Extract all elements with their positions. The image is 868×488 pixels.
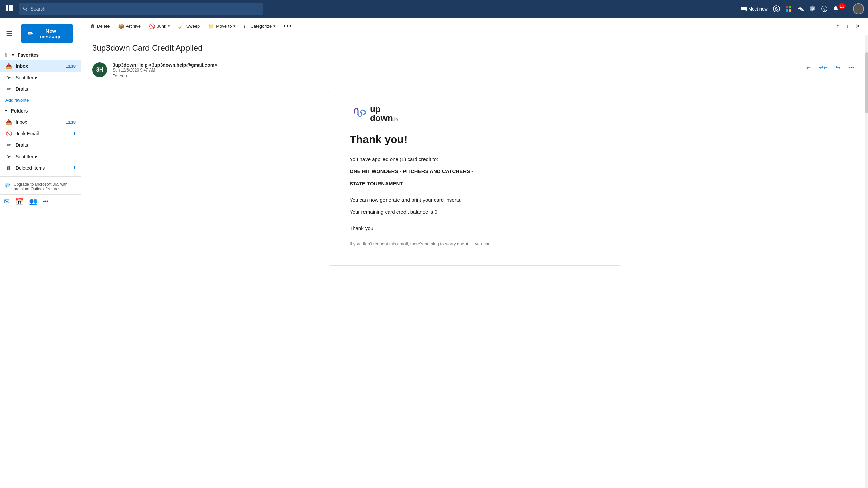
email-toolbar: 🗑 Delete 📦 Archive 🚫 Junk ▾ 🧹 Sweep 📁 Mo… xyxy=(81,18,868,35)
to-value: You xyxy=(120,73,127,78)
svg-rect-17 xyxy=(786,9,788,12)
folder-sent-icon: ➤ xyxy=(5,154,12,160)
people-nav-icon[interactable]: 👥 xyxy=(29,197,38,205)
email-view: 3up3down Card Credit Applied 3H 3up3down… xyxy=(81,35,868,488)
delete-label: Delete xyxy=(97,24,110,29)
svg-text:?: ? xyxy=(823,7,825,11)
new-message-label: New message xyxy=(36,28,66,39)
close-email-button[interactable]: ✕ xyxy=(853,21,863,31)
drafts-icon: ✏ xyxy=(5,86,12,92)
reply-button[interactable]: ↩ xyxy=(804,62,813,73)
email-body-line2: ONE HIT WONDERS - PITCHERS AND CATCHERS … xyxy=(350,167,600,176)
moveto-chevron-icon[interactable]: ▾ xyxy=(233,24,235,28)
email-action-buttons: ↩ ↩↩ ↪ ••• xyxy=(804,62,857,73)
topbar: Meet now S ? 13 xyxy=(0,0,868,18)
apps-grid-icon[interactable] xyxy=(4,5,15,13)
sweep-label: Sweep xyxy=(186,24,200,29)
svg-rect-11 xyxy=(741,7,745,10)
updown-logo-icon xyxy=(350,106,370,121)
sidebar-item-sent-favorites[interactable]: ➤ Sent Items xyxy=(0,72,81,83)
scrollbar-track[interactable] xyxy=(865,35,868,488)
notifications-icon[interactable]: 13 xyxy=(833,6,848,12)
calendar-nav-icon[interactable]: 📅 xyxy=(15,197,24,205)
email-thank-you-heading: Thank you! xyxy=(350,133,600,146)
categorize-chevron-icon[interactable]: ▾ xyxy=(273,24,275,28)
email-subject: 3up3down Card Credit Applied xyxy=(81,35,868,57)
svg-rect-7 xyxy=(9,9,11,11)
toolbar-nav-controls: ↑ ↓ ✕ xyxy=(834,21,863,31)
inbox-icon: 📥 xyxy=(5,63,12,69)
email-to: To: You xyxy=(113,73,798,78)
junk-toolbar-icon: 🚫 xyxy=(149,23,155,29)
email-body-line3: STATE TOURNAMENT xyxy=(350,180,600,188)
help-icon[interactable]: ? xyxy=(821,6,827,12)
folder-inbox-icon: 📥 xyxy=(5,119,12,125)
more-nav-icon[interactable]: ••• xyxy=(43,198,49,204)
settings-icon[interactable] xyxy=(810,6,816,12)
svg-rect-3 xyxy=(6,7,8,9)
to-label: To: xyxy=(113,73,118,78)
trash-icon: 🗑 xyxy=(5,165,12,171)
email-card: up down.io Thank you! You have applied o… xyxy=(329,91,620,266)
scrollbar-thumb[interactable] xyxy=(865,52,868,113)
svg-rect-0 xyxy=(6,5,8,7)
svg-rect-18 xyxy=(789,9,791,12)
svg-point-9 xyxy=(23,7,26,10)
email-meta: 3up3down Help <3up3down.help@gmail.com> … xyxy=(113,62,798,78)
delete-button[interactable]: 🗑 Delete xyxy=(87,22,113,31)
svg-line-10 xyxy=(26,9,27,11)
categorize-button[interactable]: 🏷 Categorize ▾ xyxy=(240,22,279,31)
reply-all-icon[interactable] xyxy=(797,5,804,12)
new-message-button[interactable]: ✏ New message xyxy=(21,24,73,43)
moveto-button[interactable]: 📁 Move to ▾ xyxy=(204,22,239,31)
search-bar[interactable] xyxy=(19,3,263,15)
sidebar-divider xyxy=(0,176,81,177)
mail-nav-icon[interactable]: ✉ xyxy=(4,197,10,205)
junk-icon: 🚫 xyxy=(5,130,12,137)
favorites-section-header[interactable]: ▼ Favorites xyxy=(0,49,81,60)
forward-button[interactable]: ↪ xyxy=(833,62,843,73)
sidebar-item-sent-folders[interactable]: ➤ Sent Items xyxy=(0,151,81,162)
sender-initials: 3H xyxy=(96,67,103,73)
junk-chevron-icon[interactable]: ▾ xyxy=(168,24,170,28)
search-input[interactable] xyxy=(31,6,259,12)
skype-icon[interactable]: S xyxy=(773,5,780,12)
more-email-actions-button[interactable]: ••• xyxy=(846,63,857,73)
junk-button[interactable]: 🚫 Junk ▾ xyxy=(145,22,173,31)
sidebar-item-drafts-favorites[interactable]: ✏ Drafts xyxy=(0,83,81,95)
hamburger-menu[interactable]: ☰ xyxy=(4,29,14,38)
sidebar-item-drafts-folders[interactable]: ✏ Drafts xyxy=(0,139,81,151)
svg-rect-6 xyxy=(6,9,8,11)
sidebar-item-deleted[interactable]: 🗑 Deleted Items 1 xyxy=(0,162,81,174)
previous-email-button[interactable]: ↑ xyxy=(834,22,842,31)
meet-now-button[interactable]: Meet now xyxy=(741,6,767,12)
office-apps-icon[interactable] xyxy=(785,5,792,12)
archive-button[interactable]: 📦 Archive xyxy=(115,22,144,31)
delete-icon: 🗑 xyxy=(90,23,95,29)
folders-section-header[interactable]: ▼ Folders xyxy=(0,105,81,116)
user-avatar[interactable] xyxy=(853,3,864,14)
inbox-count: 1138 xyxy=(66,64,76,69)
compose-icon: ✏ xyxy=(28,30,33,37)
email-body-line1: You have applied one (1) card credit to: xyxy=(350,155,600,163)
add-favorite-link[interactable]: Add favorite xyxy=(0,95,81,105)
sweep-button[interactable]: 🧹 Sweep xyxy=(175,22,203,31)
svg-marker-12 xyxy=(745,7,747,11)
next-email-button[interactable]: ↓ xyxy=(843,22,851,31)
sidebar-item-inbox-favorites[interactable]: 📥 Inbox 1138 xyxy=(0,60,81,72)
email-header: 3H 3up3down Help <3up3down.help@gmail.co… xyxy=(81,57,868,84)
svg-rect-5 xyxy=(11,7,13,9)
upgrade-box: 💎 Upgrade to Microsoft 365 with premium … xyxy=(0,179,81,194)
junk-count: 1 xyxy=(73,131,76,136)
svg-rect-8 xyxy=(11,9,13,11)
email-body-line5: Your remaining card credit balance is 0. xyxy=(350,208,600,216)
reply-all-button[interactable]: ↩↩ xyxy=(816,62,830,73)
sidebar-item-junk[interactable]: 🚫 Junk Email 1 xyxy=(0,128,81,139)
sidebar-item-inbox-folders[interactable]: 📥 Inbox 1138 xyxy=(0,116,81,128)
favorites-label: Favorites xyxy=(18,52,39,58)
logo-text: up down.io xyxy=(370,105,398,122)
categorize-label: Categorize xyxy=(250,24,272,29)
more-options-button[interactable]: ••• xyxy=(280,21,295,32)
meet-now-label: Meet now xyxy=(748,6,767,12)
sender-avatar: 3H xyxy=(92,62,107,77)
